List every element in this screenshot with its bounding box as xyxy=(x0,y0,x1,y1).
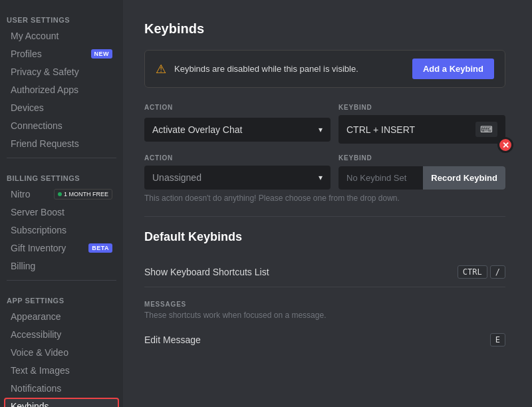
action-dropdown-value-1: Activate Overlay Chat xyxy=(152,124,242,135)
keybind-labels-1: ACTION KEYBIND xyxy=(144,104,505,111)
chevron-down-icon-2: ▾ xyxy=(319,173,323,182)
sidebar-item-accessibility[interactable]: Accessibility xyxy=(4,326,119,343)
user-settings-section-label: USER SETTINGS xyxy=(0,5,123,27)
shortcut-label-edit: Edit Message xyxy=(144,335,201,345)
nitro-dot xyxy=(58,192,62,196)
page-title: Keybinds xyxy=(144,21,505,37)
profiles-new-badge: NEW xyxy=(91,49,113,59)
sidebar-item-authorized-apps[interactable]: Authorized Apps xyxy=(4,81,119,98)
sidebar-item-text-images[interactable]: Text & Images xyxy=(4,362,119,379)
unassigned-warning: This action doesn't do anything! Please … xyxy=(144,194,505,203)
app-settings-section-label: APP SETTINGS xyxy=(0,286,123,307)
sidebar-item-my-account[interactable]: My Account xyxy=(4,27,119,45)
messages-section-desc: These shortcuts work when focused on a m… xyxy=(144,311,505,320)
sidebar-item-subscriptions[interactable]: Subscriptions xyxy=(4,221,119,239)
keybind-field-label-1: KEYBIND xyxy=(338,104,505,111)
action-dropdown-value-2: Unassigned xyxy=(152,172,201,183)
key-badge-slash: / xyxy=(490,265,505,279)
keyboard-icon-button-1[interactable]: ⌨ xyxy=(475,122,497,137)
keybind-labels-2: ACTION KEYBIND xyxy=(144,154,505,162)
section-separator xyxy=(144,216,505,217)
key-combo-shortcuts: CTRL / xyxy=(458,265,505,279)
keyboard-icon: ⌨ xyxy=(480,124,493,134)
shortcut-label-shortcuts: Show Keyboard Shortcuts List xyxy=(144,267,269,277)
sidebar-item-notifications[interactable]: Notifications xyxy=(4,380,119,397)
sidebar-item-devices[interactable]: Devices xyxy=(4,99,119,116)
sidebar-item-keybinds[interactable]: Keybinds xyxy=(4,398,119,407)
keybind-input-group-2: No Keybind Set Record Keybind xyxy=(338,166,505,190)
default-keybinds-title: Default Keybinds xyxy=(144,230,505,244)
gift-inventory-beta-badge: BETA xyxy=(88,243,112,253)
key-combo-edit: E xyxy=(490,333,505,346)
default-keybind-row-edit: Edit Message E xyxy=(144,325,505,354)
key-badge-e: E xyxy=(490,333,505,346)
key-badge-ctrl: CTRL xyxy=(458,265,487,279)
chevron-down-icon-1: ▾ xyxy=(319,125,323,134)
action-dropdown-1[interactable]: Activate Overlay Chat ▾ xyxy=(144,118,331,142)
sidebar-divider-app xyxy=(7,280,116,281)
sidebar: USER SETTINGS My Account Profiles NEW Pr… xyxy=(0,0,123,407)
warning-banner: ⚠ Keybinds are disabled while this panel… xyxy=(144,50,505,88)
sidebar-divider-billing xyxy=(7,158,116,158)
delete-keybind-button-1[interactable]: ✕ xyxy=(497,137,513,153)
messages-section-label: MESSAGES xyxy=(144,301,505,308)
sidebar-item-friend-requests[interactable]: Friend Requests xyxy=(4,135,119,152)
default-keybind-row-shortcuts: Show Keyboard Shortcuts List CTRL / xyxy=(144,257,505,287)
sidebar-item-nitro[interactable]: Nitro 1 MONTH FREE xyxy=(4,186,119,203)
sidebar-item-billing[interactable]: Billing xyxy=(4,257,119,275)
action-dropdown-2[interactable]: Unassigned ▾ xyxy=(144,166,331,190)
add-keybind-button[interactable]: Add a Keybind xyxy=(412,59,494,79)
warning-text: Keybinds are disabled while this panel i… xyxy=(174,64,358,74)
nitro-badge: 1 MONTH FREE xyxy=(54,189,112,200)
sidebar-item-voice-video[interactable]: Voice & Video xyxy=(4,344,119,361)
keybind-entry-1: ACTION KEYBIND Activate Overlay Chat ▾ C… xyxy=(144,104,505,144)
sidebar-item-privacy-safety[interactable]: Privacy & Safety xyxy=(4,63,119,80)
sidebar-item-server-boost[interactable]: Server Boost xyxy=(4,204,119,221)
sidebar-item-connections[interactable]: Connections xyxy=(4,117,119,134)
sidebar-item-gift-inventory[interactable]: Gift Inventory BETA xyxy=(4,239,119,257)
keybind-value-1: CTRL + INSERT xyxy=(346,124,415,135)
keybind-entry-2: ACTION KEYBIND Unassigned ▾ No Keybind S… xyxy=(144,154,505,203)
keybind-row-2: Unassigned ▾ No Keybind Set Record Keybi… xyxy=(144,166,505,190)
record-keybind-button[interactable]: Record Keybind xyxy=(423,166,505,190)
billing-settings-section-label: BILLING SETTINGS xyxy=(0,164,123,185)
keybind-field-label-2: KEYBIND xyxy=(338,154,505,162)
main-content: Keybinds ⚠ Keybinds are disabled while t… xyxy=(123,0,532,407)
warning-left: ⚠ Keybinds are disabled while this panel… xyxy=(156,62,358,76)
keybind-row-1: Activate Overlay Chat ▾ CTRL + INSERT ⌨ xyxy=(144,115,505,144)
keybind-value-box-1: CTRL + INSERT ⌨ xyxy=(338,115,505,144)
sidebar-item-profiles[interactable]: Profiles NEW xyxy=(4,45,119,63)
no-keybind-placeholder-2: No Keybind Set xyxy=(338,166,423,190)
action-field-label-2: ACTION xyxy=(144,154,331,162)
action-field-label-1: ACTION xyxy=(144,104,331,111)
sidebar-item-appearance[interactable]: Appearance xyxy=(4,308,119,325)
warning-icon: ⚠ xyxy=(156,62,166,76)
